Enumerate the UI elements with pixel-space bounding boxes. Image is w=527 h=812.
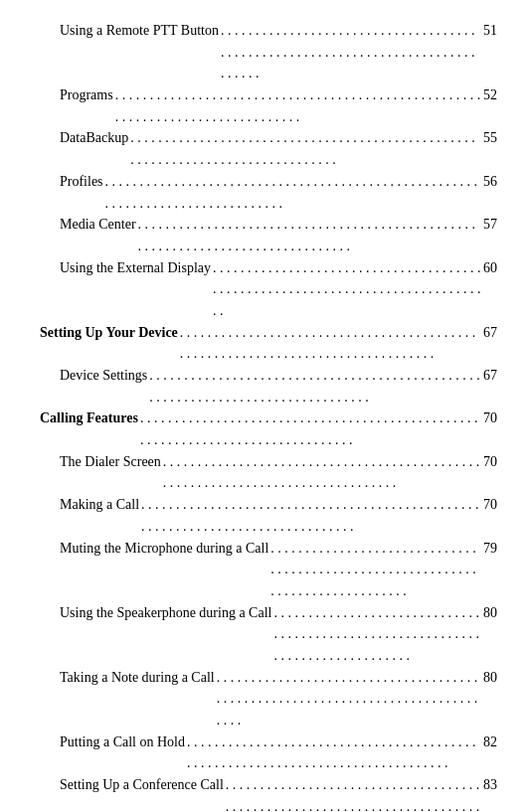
toc-item-page: 67 [483, 322, 497, 344]
toc-item-dots: . . . . . . . . . . . . . . . . . . . . … [141, 494, 481, 537]
toc-item-dots: . . . . . . . . . . . . . . . . . . . . … [221, 20, 481, 84]
toc-item-page: 79 [483, 538, 497, 560]
toc-item-page: 51 [483, 20, 497, 42]
toc-item-dots: . . . . . . . . . . . . . . . . . . . . … [213, 257, 481, 322]
toc-item-dots: . . . . . . . . . . . . . . . . . . . . … [187, 731, 481, 774]
toc-item-label: Device Settings [60, 365, 147, 387]
toc-item-label: Using the Speakerphone during a Call [60, 602, 271, 624]
toc-item-label: Muting the Microphone during a Call [60, 538, 268, 560]
toc-item: Using the External Display . . . . . . .… [40, 257, 497, 322]
toc-item: Using the Speakerphone during a Call . .… [40, 602, 497, 667]
toc-item-label: Using the External Display [60, 257, 211, 279]
toc-item-dots: . . . . . . . . . . . . . . . . . . . . … [270, 538, 481, 602]
toc-item-page: 80 [483, 602, 497, 624]
toc-list: Using a Remote PTT Button . . . . . . . … [40, 20, 497, 812]
toc-item: Making a Call . . . . . . . . . . . . . … [40, 494, 497, 537]
toc-item-page: 60 [483, 257, 497, 279]
toc-item-dots: . . . . . . . . . . . . . . . . . . . . … [105, 171, 481, 214]
toc-item-label: Calling Features [40, 407, 138, 429]
toc-item: Putting a Call on Hold . . . . . . . . .… [40, 731, 497, 774]
toc-item-label: Programs [60, 84, 113, 106]
toc-item-dots: . . . . . . . . . . . . . . . . . . . . … [180, 322, 481, 365]
toc-item-dots: . . . . . . . . . . . . . . . . . . . . … [163, 451, 481, 494]
toc-item: Setting Up a Conference Call . . . . . .… [40, 774, 497, 812]
toc-item-label: Setting Up a Conference Call [60, 774, 224, 796]
toc-item: Muting the Microphone during a Call . . … [40, 538, 497, 602]
toc-item-page: 70 [483, 451, 497, 473]
toc-item: Device Settings . . . . . . . . . . . . … [40, 365, 497, 407]
toc-item-label: Taking a Note during a Call [60, 667, 215, 689]
toc-item-dots: . . . . . . . . . . . . . . . . . . . . … [130, 127, 481, 170]
toc-item-page: 56 [483, 171, 497, 193]
toc-item-label: Profiles [60, 171, 103, 193]
toc-item-dots: . . . . . . . . . . . . . . . . . . . . … [149, 365, 481, 407]
toc-item-label: Using a Remote PTT Button [60, 20, 219, 42]
toc-item: Media Center . . . . . . . . . . . . . .… [40, 214, 497, 256]
toc-item-page: 80 [483, 667, 497, 689]
toc-item: The Dialer Screen . . . . . . . . . . . … [40, 451, 497, 494]
toc-item-page: 67 [483, 365, 497, 387]
toc-item-dots: . . . . . . . . . . . . . . . . . . . . … [217, 667, 481, 731]
toc-item-page: 70 [483, 407, 497, 429]
toc-item: Setting Up Your Device . . . . . . . . .… [40, 322, 497, 365]
toc-item-label: Media Center [60, 214, 136, 236]
toc-item-label: DataBackup [60, 127, 128, 149]
toc-item-page: 55 [483, 127, 497, 149]
toc-item: Taking a Note during a Call . . . . . . … [40, 667, 497, 731]
toc-item: Profiles . . . . . . . . . . . . . . . .… [40, 171, 497, 214]
toc-item-page: 57 [483, 214, 497, 236]
toc-page: Using a Remote PTT Button . . . . . . . … [0, 0, 527, 812]
toc-item-dots: . . . . . . . . . . . . . . . . . . . . … [273, 602, 481, 667]
toc-item-dots: . . . . . . . . . . . . . . . . . . . . … [226, 774, 481, 812]
toc-item: DataBackup . . . . . . . . . . . . . . .… [40, 127, 497, 170]
toc-item-page: 52 [483, 84, 497, 106]
toc-item-page: 83 [483, 774, 497, 796]
toc-item: Using a Remote PTT Button . . . . . . . … [40, 20, 497, 84]
toc-item-dots: . . . . . . . . . . . . . . . . . . . . … [115, 84, 481, 127]
toc-item-label: Putting a Call on Hold [60, 731, 185, 753]
toc-item-page: 70 [483, 494, 497, 516]
toc-item: Calling Features . . . . . . . . . . . .… [40, 407, 497, 450]
toc-item-label: Making a Call [60, 494, 139, 516]
toc-item-page: 82 [483, 731, 497, 753]
toc-item-dots: . . . . . . . . . . . . . . . . . . . . … [140, 407, 481, 450]
toc-item-dots: . . . . . . . . . . . . . . . . . . . . … [138, 214, 481, 256]
toc-item: Programs . . . . . . . . . . . . . . . .… [40, 84, 497, 127]
toc-item-label: Setting Up Your Device [40, 322, 178, 344]
toc-item-label: The Dialer Screen [60, 451, 161, 473]
